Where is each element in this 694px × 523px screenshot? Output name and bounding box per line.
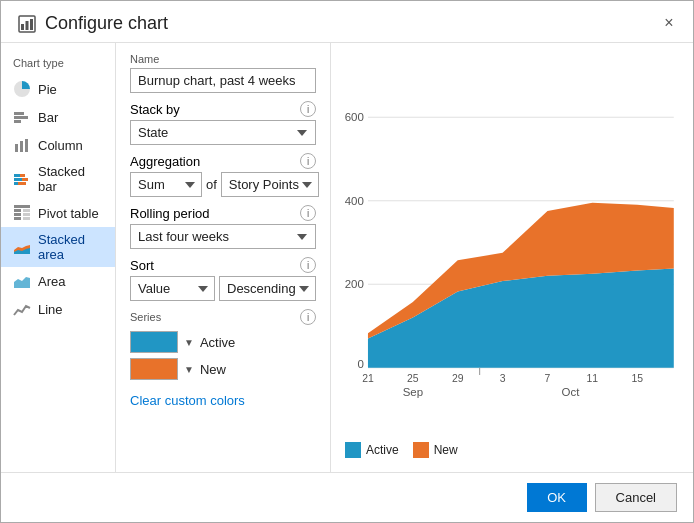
legend-item-new: New [413, 442, 458, 458]
line-icon [13, 300, 31, 318]
dialog-header: Configure chart × [1, 1, 693, 43]
chart-area-active [368, 269, 674, 368]
series-active-chevron[interactable]: ▼ [184, 337, 194, 348]
svg-rect-9 [25, 139, 28, 152]
svg-text:0: 0 [357, 358, 363, 370]
chart-type-pivot-table-label: Pivot table [38, 206, 99, 221]
dialog-title: Configure chart [45, 13, 168, 34]
chart-type-stacked-bar[interactable]: Stacked bar [1, 159, 115, 199]
pivot-table-icon [13, 204, 31, 222]
dialog-body: Chart type Pie [1, 43, 693, 472]
svg-rect-11 [20, 174, 25, 177]
area-icon [13, 272, 31, 290]
chart-type-column[interactable]: Column [1, 131, 115, 159]
bar-icon [13, 108, 31, 126]
aggregation-label: Aggregation [130, 154, 200, 169]
series-new-name: New [200, 362, 226, 377]
name-input[interactable] [130, 68, 316, 93]
svg-text:11: 11 [587, 373, 599, 384]
svg-text:600: 600 [345, 111, 364, 123]
series-section: Series i ▼ Active ▼ New Clear custom col… [130, 309, 316, 408]
stacked-area-icon [13, 238, 31, 256]
aggregation-field-select[interactable]: Story Points [221, 172, 319, 197]
sort-field-header: Sort i [130, 257, 316, 273]
svg-rect-7 [15, 144, 18, 152]
chart-svg: 600 400 200 0 21 25 [345, 53, 679, 436]
legend-item-active: Active [345, 442, 399, 458]
svg-rect-10 [14, 174, 20, 177]
rolling-period-select[interactable]: Last four weeks [130, 224, 316, 249]
clear-custom-colors-link[interactable]: Clear custom colors [130, 393, 245, 408]
chart-legend: Active New [345, 436, 679, 462]
svg-rect-5 [14, 116, 28, 119]
svg-text:25: 25 [407, 373, 419, 384]
stacked-bar-icon [13, 170, 31, 188]
series-label: Series [130, 311, 161, 323]
svg-rect-22 [23, 217, 30, 220]
svg-rect-4 [14, 112, 24, 115]
chart-type-bar[interactable]: Bar [1, 103, 115, 131]
svg-rect-3 [30, 19, 33, 30]
chart-type-area-label: Area [38, 274, 65, 289]
chart-type-pie-label: Pie [38, 82, 57, 97]
svg-rect-6 [14, 120, 21, 123]
column-icon [13, 136, 31, 154]
stack-by-label: Stack by [130, 102, 180, 117]
settings-panel: Name Stack by i State Aggregation i Sum … [116, 43, 331, 472]
chart-type-stacked-area-label: Stacked area [38, 232, 103, 262]
aggregation-field-header: Aggregation i [130, 153, 316, 169]
rolling-period-label: Rolling period [130, 206, 210, 221]
svg-rect-18 [14, 213, 21, 216]
svg-text:29: 29 [452, 373, 464, 384]
series-header: Series i [130, 309, 316, 325]
chart-type-pie[interactable]: Pie [1, 75, 115, 103]
svg-text:400: 400 [345, 195, 364, 207]
aggregation-function-select[interactable]: Sum [130, 172, 202, 197]
dialog-footer: OK Cancel [1, 472, 693, 522]
sort-row: Value Descending [130, 276, 316, 301]
series-new-color-swatch[interactable] [130, 358, 178, 380]
chart-preview-panel: 600 400 200 0 21 25 [331, 43, 693, 472]
configure-chart-dialog: Configure chart × Chart type Pie [0, 0, 694, 523]
svg-rect-16 [14, 205, 30, 208]
chart-type-line[interactable]: Line [1, 295, 115, 323]
chart-type-stacked-area[interactable]: Stacked area [1, 227, 115, 267]
svg-text:3: 3 [500, 373, 506, 384]
svg-rect-21 [23, 213, 30, 216]
chart-type-area[interactable]: Area [1, 267, 115, 295]
svg-rect-13 [22, 178, 28, 181]
ok-button[interactable]: OK [527, 483, 587, 512]
svg-text:Oct: Oct [562, 386, 581, 398]
svg-text:21: 21 [362, 373, 374, 384]
chart-type-label: Chart type [1, 53, 115, 75]
sort-direction-select[interactable]: Descending [219, 276, 316, 301]
legend-color-active [345, 442, 361, 458]
sort-field-select[interactable]: Value [130, 276, 215, 301]
cancel-button[interactable]: Cancel [595, 483, 677, 512]
svg-rect-14 [14, 182, 18, 185]
chart-type-line-label: Line [38, 302, 63, 317]
chart-type-pivot-table[interactable]: Pivot table [1, 199, 115, 227]
pie-icon [13, 80, 31, 98]
svg-text:15: 15 [631, 373, 643, 384]
svg-rect-17 [14, 209, 21, 212]
series-item-new: ▼ New [130, 358, 316, 380]
series-info-icon[interactable]: i [300, 309, 316, 325]
stack-by-field-header: Stack by i [130, 101, 316, 117]
stack-by-info-icon[interactable]: i [300, 101, 316, 117]
legend-color-new [413, 442, 429, 458]
close-button[interactable]: × [657, 11, 681, 35]
chart-config-icon [17, 14, 37, 34]
chart-type-stacked-bar-label: Stacked bar [38, 164, 103, 194]
chart-type-panel: Chart type Pie [1, 43, 116, 472]
chart-type-column-label: Column [38, 138, 83, 153]
series-new-chevron[interactable]: ▼ [184, 364, 194, 375]
svg-rect-15 [18, 182, 26, 185]
series-active-name: Active [200, 335, 235, 350]
rolling-period-info-icon[interactable]: i [300, 205, 316, 221]
aggregation-info-icon[interactable]: i [300, 153, 316, 169]
sort-info-icon[interactable]: i [300, 257, 316, 273]
series-active-color-swatch[interactable] [130, 331, 178, 353]
stack-by-select[interactable]: State [130, 120, 316, 145]
aggregation-of-text: of [206, 177, 217, 192]
